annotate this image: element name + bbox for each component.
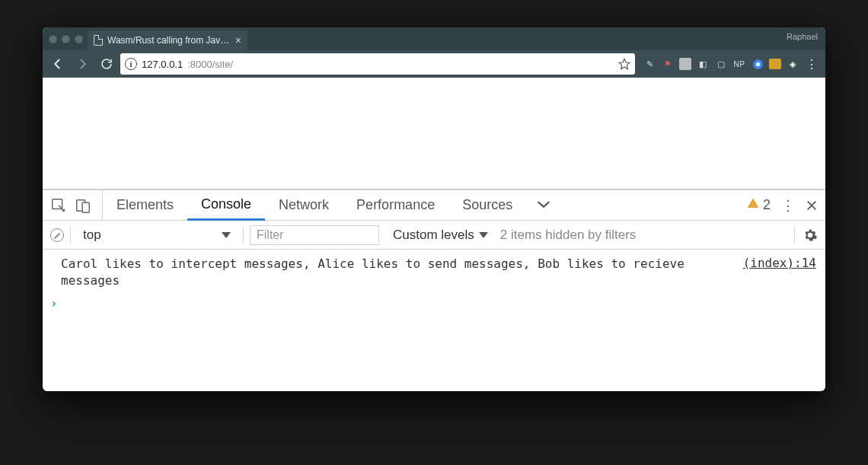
extension-np-icon[interactable]: NP: [732, 57, 746, 71]
console-prompt[interactable]: ›: [50, 290, 816, 311]
log-levels-select[interactable]: Custom levels: [393, 228, 488, 243]
page-icon: [94, 35, 103, 46]
hidden-items-message: 2 items hidden by filters: [500, 228, 637, 243]
browser-menu-button[interactable]: ⋮: [803, 57, 821, 72]
levels-label: Custom levels: [393, 228, 474, 243]
bookmark-star-icon[interactable]: [618, 58, 630, 70]
devtools-panel: Elements Console Network Performance Sou…: [43, 189, 825, 317]
tab-elements[interactable]: Elements: [103, 190, 187, 220]
tab-title: Wasm/Rust calling from JavaS: [107, 35, 231, 46]
dropdown-triangle-icon: [479, 232, 488, 238]
tab-network[interactable]: Network: [265, 190, 343, 220]
browser-window: Wasm/Rust calling from JavaS × Raphael i…: [43, 27, 825, 391]
extension-autofill-icon[interactable]: ⚑: [661, 57, 675, 71]
reload-button[interactable]: [96, 53, 117, 75]
execution-context-select[interactable]: top: [77, 225, 237, 245]
console-toolbar: top Custom levels 2 items hidden by filt…: [43, 221, 825, 250]
svg-rect-5: [82, 202, 89, 212]
divider: [70, 227, 71, 244]
log-source-link[interactable]: (index):14: [743, 256, 816, 270]
context-value: top: [83, 228, 101, 243]
divider: [794, 227, 795, 244]
warning-count: 2: [763, 197, 771, 213]
log-message: Carol likes to intercept messages, Alice…: [61, 256, 728, 290]
extension-power-icon[interactable]: [679, 58, 691, 70]
extension-minus-icon[interactable]: [769, 59, 781, 69]
close-window-button[interactable]: [49, 35, 57, 43]
tab-performance[interactable]: Performance: [343, 190, 448, 220]
back-button[interactable]: [47, 53, 69, 75]
tab-console[interactable]: Console: [187, 191, 265, 221]
window-titlebar: Wasm/Rust calling from JavaS × Raphael: [43, 27, 825, 50]
extension-page-icon[interactable]: ▢: [714, 57, 728, 71]
devtools-menu-button[interactable]: ⋮: [781, 197, 795, 214]
window-controls: [49, 35, 83, 43]
divider: [243, 227, 244, 244]
filter-field[interactable]: [255, 228, 374, 243]
console-settings-button[interactable]: [803, 228, 818, 243]
forward-button[interactable]: [72, 53, 93, 75]
console-output: Carol likes to intercept messages, Alice…: [43, 250, 825, 317]
svg-point-2: [756, 62, 760, 66]
warning-triangle-icon: [746, 196, 760, 214]
tab-sources[interactable]: Sources: [448, 190, 526, 220]
close-tab-button[interactable]: ×: [235, 35, 241, 46]
minimize-window-button[interactable]: [62, 35, 70, 43]
dropdown-triangle-icon: [222, 232, 231, 238]
zoom-window-button[interactable]: [75, 35, 83, 43]
console-log-row: Carol likes to intercept messages, Alice…: [61, 256, 816, 290]
warnings-indicator[interactable]: 2: [746, 196, 771, 214]
more-tabs-button[interactable]: [526, 197, 561, 213]
console-filter-input[interactable]: [250, 225, 379, 245]
extension-chrome-icon[interactable]: [751, 57, 764, 71]
address-bar[interactable]: i 127.0.0.1:8000/site/: [120, 53, 635, 75]
browser-toolbar: i 127.0.0.1:8000/site/ ✎ ⚑ ◧ ▢ NP ◈ ⋮: [43, 50, 825, 78]
devtools-close-button[interactable]: [806, 199, 818, 212]
profile-name[interactable]: Raphael: [787, 32, 818, 41]
devtools-tabbar: Elements Console Network Performance Sou…: [43, 190, 825, 221]
site-info-icon[interactable]: i: [125, 58, 137, 70]
url-host: 127.0.0.1: [142, 59, 183, 70]
clear-console-button[interactable]: [50, 228, 64, 242]
extension-cube-icon[interactable]: ◈: [786, 57, 799, 71]
extensions-row: ✎ ⚑ ◧ ▢ NP ◈: [638, 57, 799, 71]
extension-block-icon[interactable]: ◧: [696, 57, 710, 71]
inspect-element-icon[interactable]: [50, 197, 67, 214]
svg-marker-0: [619, 59, 629, 68]
device-toolbar-icon[interactable]: [75, 197, 91, 214]
browser-tab[interactable]: Wasm/Rust calling from JavaS ×: [88, 30, 247, 50]
url-path: :8000/site/: [187, 59, 233, 70]
extension-pencil-icon[interactable]: ✎: [643, 57, 656, 71]
page-viewport: [43, 78, 825, 189]
